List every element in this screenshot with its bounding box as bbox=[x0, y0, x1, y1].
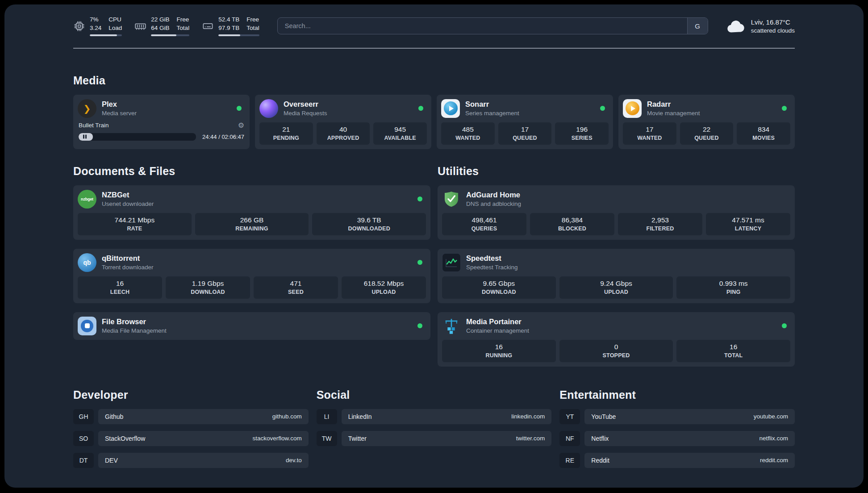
stat-value: 17 bbox=[625, 125, 675, 134]
filebrowser-icon bbox=[78, 317, 96, 335]
stat-value: 498,461 bbox=[444, 216, 525, 224]
app-subtitle: Media server bbox=[102, 110, 231, 117]
stat-value: 9.24 Gbps bbox=[561, 280, 672, 288]
radarr-card[interactable]: Radarr Movie management 17 WANTED 22 QUE… bbox=[618, 95, 795, 149]
section-title-documents: Documents & Files bbox=[73, 164, 430, 178]
disk-total-label: Total bbox=[246, 25, 259, 32]
memory-stats: 22 GiB Free 64 GiB Total bbox=[151, 16, 189, 36]
disk-total: 97.9 TB bbox=[218, 25, 239, 32]
bookmark-linkedin[interactable]: LI LinkedIn linkedin.com bbox=[317, 409, 552, 424]
stat-label: SERIES bbox=[557, 135, 607, 141]
speedtest-chart-icon bbox=[442, 253, 461, 272]
portainer-card[interactable]: Media Portainer Container management 16 … bbox=[438, 312, 795, 367]
qbittorrent-card[interactable]: qb qBittorrent Torrent downloader 16 LEE… bbox=[73, 249, 430, 303]
status-dot bbox=[782, 323, 787, 328]
stat-value: 39.6 TB bbox=[314, 216, 424, 224]
cpu-load-avg: 3.24 bbox=[90, 25, 101, 32]
stat-label: UPLOAD bbox=[561, 289, 672, 295]
search-input[interactable] bbox=[278, 18, 687, 34]
app-name: Sonarr bbox=[465, 100, 595, 109]
adguard-card[interactable]: AdGuard Home DNS and adblocking 498,461 … bbox=[438, 185, 795, 240]
gear-icon[interactable]: ⚙ bbox=[238, 122, 244, 129]
bookmark-name: Twitter bbox=[348, 435, 367, 442]
memory-total-label: Total bbox=[177, 25, 190, 32]
status-dot bbox=[417, 260, 422, 265]
stat-value: 266 GB bbox=[197, 216, 307, 224]
stat-value: 196 bbox=[557, 125, 607, 134]
stat-label: WANTED bbox=[625, 135, 675, 141]
stat-value: 16 bbox=[444, 343, 554, 351]
bookmark-reddit[interactable]: RE Reddit reddit.com bbox=[559, 453, 795, 468]
app-subtitle: Container management bbox=[466, 327, 776, 334]
bookmark-github[interactable]: GH Github github.com bbox=[73, 409, 309, 424]
bookmark-netflix[interactable]: NF Netflix netflix.com bbox=[559, 431, 795, 446]
app-subtitle: Media Requests bbox=[284, 110, 413, 117]
bookmark-youtube[interactable]: YT YouTube youtube.com bbox=[559, 409, 795, 424]
stat-tile: 196 SERIES bbox=[555, 122, 609, 145]
qbittorrent-icon-label: qb bbox=[83, 259, 91, 266]
bookmark-abbr: GH bbox=[73, 409, 94, 424]
bookmark-twitter[interactable]: TW Twitter twitter.com bbox=[317, 431, 552, 446]
nzbget-card[interactable]: nzbget NZBGet Usenet downloader 744.21 M… bbox=[73, 185, 430, 240]
stat-label: DOWNLOADED bbox=[314, 226, 424, 232]
bookmark-domain: dev.to bbox=[286, 457, 302, 464]
memory-free-label: Free bbox=[177, 16, 190, 24]
bookmark-abbr: LI bbox=[317, 409, 337, 424]
stat-tile: 86,384 BLOCKED bbox=[530, 213, 614, 235]
speedtest-card[interactable]: Speedtest Speedtest Tracking 9.65 Gbps D… bbox=[438, 249, 795, 303]
social-section: Social LI LinkedIn linkedin.com TW Twitt… bbox=[317, 388, 552, 468]
stat-value: 21 bbox=[261, 125, 311, 134]
bookmark-domain: reddit.com bbox=[760, 457, 788, 464]
developer-section: Developer GH Github github.com SO StackO… bbox=[73, 388, 309, 468]
stat-label: RUNNING bbox=[444, 352, 554, 359]
sonarr-card[interactable]: Sonarr Series management 485 WANTED 17 Q… bbox=[437, 95, 613, 149]
stat-value: 86,384 bbox=[532, 216, 613, 224]
cpu-label: CPU bbox=[108, 16, 122, 24]
stat-tile: 40 APPROVED bbox=[317, 122, 370, 145]
stat-tile: 945 AVAILABLE bbox=[373, 122, 427, 145]
stat-value: 485 bbox=[443, 125, 493, 134]
disk-free: 52.4 TB bbox=[218, 16, 239, 24]
overseerr-card[interactable]: Overseerr Media Requests 21 PENDING 40 A… bbox=[255, 95, 431, 149]
stat-label: APPROVED bbox=[318, 135, 368, 141]
bookmark-domain: stackoverflow.com bbox=[252, 435, 301, 442]
status-dot bbox=[417, 323, 422, 328]
cpu-icon bbox=[73, 20, 85, 32]
stat-tile: 17 WANTED bbox=[623, 122, 676, 145]
bookmark-domain: twitter.com bbox=[516, 435, 545, 442]
stat-label: SEED bbox=[255, 289, 336, 295]
search-engine-button[interactable]: G bbox=[687, 18, 708, 34]
bookmark-name: StackOverflow bbox=[105, 435, 145, 442]
bookmark-abbr: NF bbox=[559, 431, 580, 446]
stat-value: 9.65 Gbps bbox=[444, 280, 554, 288]
stat-label: BLOCKED bbox=[532, 226, 613, 232]
pause-icon[interactable] bbox=[83, 135, 87, 139]
topbar-divider bbox=[73, 48, 795, 49]
bookmark-name: DEV bbox=[105, 457, 118, 464]
stat-label: QUERIES bbox=[444, 226, 525, 232]
section-title-utilities: Utilities bbox=[438, 164, 795, 178]
stat-label: UPLOAD bbox=[343, 289, 424, 295]
stat-label: MOVIES bbox=[739, 135, 789, 141]
stat-value: 945 bbox=[375, 125, 425, 134]
memory-total: 64 GiB bbox=[151, 25, 169, 32]
stat-tile: 0 STOPPED bbox=[559, 340, 673, 362]
cpu-load-label: Load bbox=[108, 25, 122, 32]
filebrowser-card[interactable]: File Browser Media File Management bbox=[73, 312, 430, 340]
playback-progress-bar[interactable] bbox=[79, 133, 196, 141]
bookmark-abbr: SO bbox=[73, 431, 94, 446]
plex-chevron-glyph: ❯ bbox=[83, 103, 91, 114]
search-bar: G bbox=[277, 17, 708, 34]
stat-label: PENDING bbox=[261, 135, 311, 141]
bookmark-dev[interactable]: DT DEV dev.to bbox=[73, 453, 309, 468]
stat-tile: 16 RUNNING bbox=[442, 340, 556, 362]
stat-value: 744.21 Mbps bbox=[79, 216, 190, 224]
media-section: Media ❯ Plex Media server Bullet Train ⚙ bbox=[73, 74, 795, 149]
plex-card[interactable]: ❯ Plex Media server Bullet Train ⚙ bbox=[73, 95, 250, 149]
bookmark-stackoverflow[interactable]: SO StackOverflow stackoverflow.com bbox=[73, 431, 309, 446]
status-dot bbox=[418, 106, 423, 111]
cloud-icon bbox=[726, 18, 746, 33]
stat-tile: 17 QUEUED bbox=[498, 122, 552, 145]
stat-label: FILTERED bbox=[620, 226, 701, 232]
disk-widget: 52.4 TB Free 97.9 TB Total bbox=[202, 16, 259, 36]
